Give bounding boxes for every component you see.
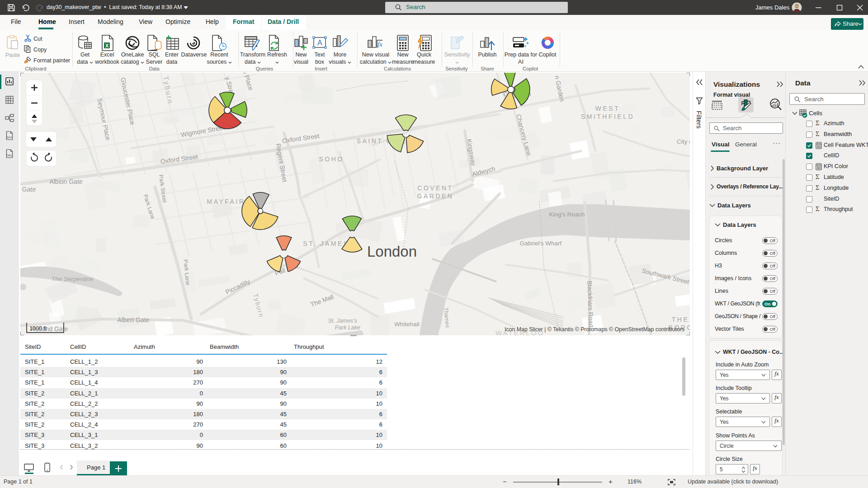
svg-text:SMITHFIELD: SMITHFIELD bbox=[581, 113, 634, 120]
svg-text:Albion Gate: Albion Gate bbox=[49, 178, 82, 185]
svg-text:THE: THE bbox=[672, 316, 689, 323]
svg-text:King's Reach: King's Reach bbox=[549, 211, 585, 218]
svg-text:Whitehall: Whitehall bbox=[394, 321, 420, 328]
svg-text:WEST: WEST bbox=[595, 105, 620, 112]
svg-text:X: X bbox=[105, 43, 109, 48]
svg-text:fx: fx bbox=[377, 41, 382, 48]
svg-text:Gate: Gate bbox=[22, 186, 36, 193]
svg-text:1000 ft: 1000 ft bbox=[29, 325, 47, 332]
svg-text:Park Lake: Park Lake bbox=[335, 324, 360, 331]
svg-text:GARDEN: GARDEN bbox=[417, 192, 454, 200]
svg-text:Icon Map Slicer | © Tekantis ©: Icon Map Slicer | © Tekantis © Protomaps… bbox=[505, 326, 684, 333]
svg-text:London: London bbox=[367, 243, 417, 260]
svg-text:TMDL: TMDL bbox=[6, 154, 13, 157]
svg-text:COVENT: COVENT bbox=[417, 184, 453, 192]
svg-text:DAX: DAX bbox=[7, 136, 12, 139]
svg-text:Albert Gate: Albert Gate bbox=[118, 316, 150, 324]
svg-text:SOHO: SOHO bbox=[319, 155, 344, 163]
svg-text:A: A bbox=[317, 39, 322, 47]
svg-text:Gabriel's Wharf: Gabriel's Wharf bbox=[520, 240, 562, 247]
svg-text:St. James's: St. James's bbox=[328, 318, 357, 324]
svg-text:City o: City o bbox=[677, 138, 690, 145]
svg-text:The Serpentine: The Serpentine bbox=[52, 276, 93, 282]
svg-text:MAYFAIR: MAYFAIR bbox=[207, 198, 245, 205]
